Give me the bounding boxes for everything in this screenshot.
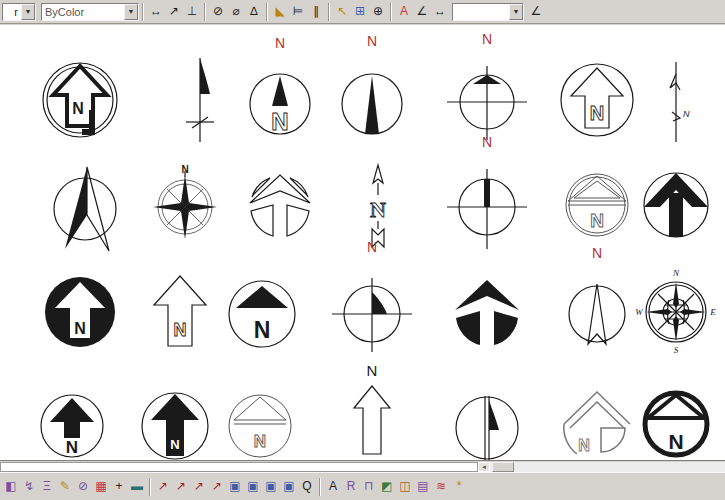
toolbar-separator — [204, 3, 206, 21]
dimension-update-icon[interactable]: ↔ — [431, 3, 449, 20]
center-mark-icon[interactable]: ⊕ — [369, 3, 387, 20]
svg-text:N: N — [72, 100, 84, 117]
match-properties-icon[interactable]: ◧ — [2, 478, 20, 495]
dimension-style-icon[interactable]: ∠ — [527, 3, 545, 20]
continue-dimension-icon[interactable]: ∥ — [307, 3, 325, 20]
toolbar-separator — [142, 3, 144, 21]
chevron-down-icon[interactable]: ▼ — [21, 4, 35, 20]
cad-application-window: r ▼ ByColor ▼ ↔↗⊥⊘⌀∆◣⊨∥↖⊞⊕A∠↔ ▼ ∠ .st{st… — [0, 0, 725, 500]
scrollbar-pane — [0, 462, 478, 472]
xref-edit-icon-3[interactable]: ↗ — [190, 478, 208, 495]
svg-text:N: N — [482, 31, 492, 47]
svg-text:N: N — [367, 33, 377, 49]
svg-text:N: N — [370, 197, 386, 222]
bottom-toolbar: ◧↯Ξ✎⊘▦+▬↗↗↗↗▣▣▣▣QAR⊓◩◫▤≋* — [0, 472, 725, 500]
svg-text:N: N — [367, 239, 377, 255]
svg-text:W: W — [635, 307, 644, 317]
svg-text:E: E — [709, 307, 716, 317]
horizontal-scrollbar[interactable]: ◄ — [0, 462, 725, 472]
circle-outline-triangle-n-symbol[interactable]: .st{stroke:#1a1a1a;fill:none;stroke-widt… — [200, 350, 320, 461]
boundary-icon[interactable]: ◫ — [396, 478, 414, 495]
dimension-angle-icon[interactable]: ∠ — [413, 3, 431, 20]
edit-attribute-icon[interactable]: ↯ — [20, 478, 38, 495]
quick-leader-icon[interactable]: ↖ — [333, 3, 351, 20]
multiline-style-icon[interactable]: ≋ — [432, 478, 450, 495]
svg-text:N: N — [683, 109, 690, 119]
bycolor-combo-value: ByColor — [42, 6, 124, 18]
sketch-brush-icon[interactable]: ✎ — [56, 478, 74, 495]
xref-edit-icon-4[interactable]: ↗ — [208, 478, 226, 495]
xref-edit-icon-2[interactable]: ↗ — [172, 478, 190, 495]
baseline-dimension-icon[interactable]: ⊨ — [289, 3, 307, 20]
color-combo-truncated[interactable]: r ▼ — [2, 3, 36, 21]
plain-arrow-n-above-symbol[interactable]: .st{stroke:#1a1a1a;fill:none;stroke-widt… — [312, 350, 432, 461]
bycolor-combo[interactable]: ByColor ▼ — [41, 3, 139, 21]
align-icon[interactable]: Ξ — [38, 478, 56, 495]
aligned-dimension-icon[interactable]: ↗ — [165, 3, 183, 20]
svg-text:N: N — [254, 432, 266, 451]
svg-text:N: N — [181, 164, 188, 175]
table-icon[interactable]: ⊓ — [360, 478, 378, 495]
svg-text:N: N — [578, 437, 590, 454]
ordinate-dimension-icon[interactable]: ⊥ — [183, 3, 201, 20]
image-frame-icon-3[interactable]: ▣ — [262, 478, 280, 495]
drawing-canvas[interactable]: .st{stroke:#1a1a1a;fill:none;stroke-widt… — [0, 25, 725, 461]
dimension-toolbar: r ▼ ByColor ▼ ↔↗⊥⊘⌀∆◣⊨∥↖⊞⊕A∠↔ ▼ ∠ — [0, 0, 725, 24]
chevron-down-icon[interactable]: ▼ — [124, 4, 138, 20]
region-icon[interactable]: ◩ — [378, 478, 396, 495]
svg-text:N: N — [482, 134, 492, 150]
chevron-down-icon[interactable]: ▼ — [509, 4, 523, 20]
bold-ring-triangle-n-symbol[interactable]: .st{stroke:#1a1a1a;fill:none;stroke-widt… — [616, 350, 725, 461]
image-frame-icon-1[interactable]: ▣ — [226, 478, 244, 495]
circle-half-needle-symbol[interactable]: .st{stroke:#1a1a1a;fill:none;stroke-widt… — [427, 350, 547, 461]
svg-text:N: N — [590, 102, 604, 124]
dimstyle-combo[interactable]: ▼ — [452, 3, 524, 21]
dimension-text-edit-icon[interactable]: A — [395, 3, 413, 20]
svg-text:N: N — [672, 268, 680, 278]
color-combo-value: r — [3, 6, 21, 18]
svg-text:N: N — [668, 430, 683, 453]
zoom-magnifier-icon[interactable]: Q — [298, 478, 316, 495]
svg-text:N: N — [254, 317, 271, 343]
image-frame-icon-4[interactable]: ▣ — [280, 478, 298, 495]
toolbar-separator — [319, 478, 321, 496]
xref-edit-icon-1[interactable]: ↗ — [154, 478, 172, 495]
break-icon[interactable]: ⊘ — [74, 478, 92, 495]
svg-text:N: N — [174, 320, 187, 340]
point-style-icon[interactable]: * — [450, 478, 468, 495]
svg-text:N: N — [170, 437, 179, 452]
scrollbar-thumb[interactable] — [492, 462, 514, 472]
run-script-icon[interactable]: R — [342, 478, 360, 495]
svg-text:N: N — [592, 245, 602, 261]
angular-dimension-icon[interactable]: ∆ — [245, 3, 263, 20]
svg-text:N: N — [74, 320, 86, 337]
hatch-icon[interactable]: ▤ — [414, 478, 432, 495]
text-style-icon[interactable]: A — [324, 478, 342, 495]
display-order-icon[interactable]: ▬ — [128, 478, 146, 495]
scroll-left-icon[interactable]: ◄ — [478, 462, 490, 472]
svg-text:N: N — [590, 210, 604, 231]
svg-text:N: N — [367, 362, 378, 379]
svg-text:N: N — [66, 438, 78, 457]
tolerance-icon[interactable]: ⊞ — [351, 3, 369, 20]
toolbar-separator — [390, 3, 392, 21]
move-pan-icon[interactable]: + — [110, 478, 128, 495]
quick-dimension-icon[interactable]: ◣ — [271, 3, 289, 20]
svg-text:N: N — [275, 35, 285, 51]
toolbar-separator — [149, 478, 151, 496]
toolbar-separator — [328, 3, 330, 21]
toolbar-separator — [266, 3, 268, 21]
linear-dimension-icon[interactable]: ↔ — [147, 3, 165, 20]
radius-dimension-icon[interactable]: ⊘ — [209, 3, 227, 20]
image-frame-icon-2[interactable]: ▣ — [244, 478, 262, 495]
layer-colors-icon[interactable]: ▦ — [92, 478, 110, 495]
diameter-dimension-icon[interactable]: ⌀ — [227, 3, 245, 20]
circle-filled-arrow-n-symbol[interactable]: .st{stroke:#1a1a1a;fill:none;stroke-widt… — [12, 350, 132, 461]
